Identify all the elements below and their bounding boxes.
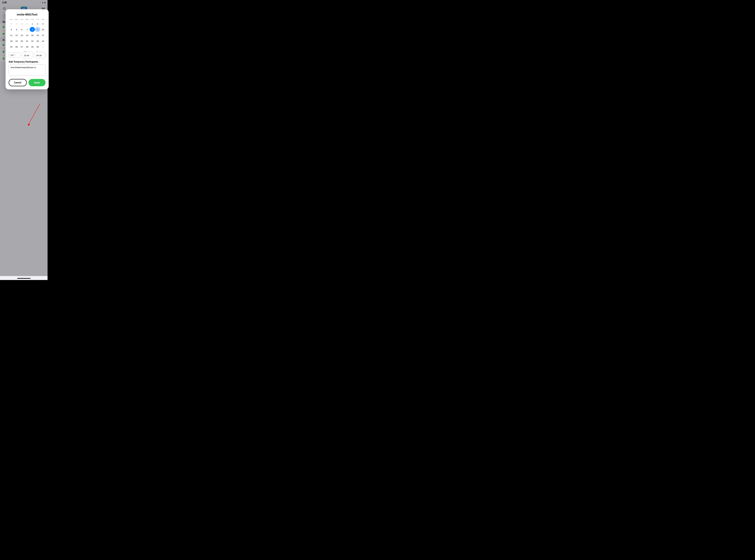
calendar-day[interactable]: 13	[19, 33, 24, 38]
time-from-input[interactable]: from 23:30	[22, 52, 33, 58]
calendar-day[interactable]: 7	[24, 27, 30, 32]
weekday-label: Mon	[14, 18, 19, 20]
participants-label: Add Temporary Participants	[8, 61, 45, 63]
calendar-day[interactable]: 6	[19, 27, 24, 32]
time-from-label: from	[23, 51, 27, 53]
calendar-day[interactable]: 19	[14, 39, 19, 43]
time-to-value: 00:30	[37, 54, 42, 57]
timezone-value: IST	[11, 54, 14, 56]
calendar-day[interactable]: 1	[29, 21, 35, 26]
weekday-label: Sat	[40, 18, 45, 20]
calendar-day[interactable]: 26	[14, 44, 19, 49]
weekday-label: Wed	[24, 18, 30, 20]
modal-buttons: Cancel Apply	[8, 79, 45, 86]
calendar-day[interactable]: 12	[14, 33, 19, 38]
weekday-label: Thu	[29, 18, 35, 20]
calendar-day[interactable]: 3	[40, 21, 45, 26]
time-to-label: to	[36, 51, 38, 53]
calendar-day[interactable]: 30	[35, 44, 40, 49]
calendar: SunMonTueWedThuFriSat 282930311234567891…	[8, 18, 45, 49]
bottom-bar	[0, 276, 47, 280]
calendar-day[interactable]: 22	[29, 39, 35, 43]
calendar-day[interactable]: 31	[24, 21, 30, 26]
calendar-day[interactable]: 15	[29, 33, 35, 38]
calendar-day[interactable]: 1	[40, 44, 45, 49]
calendar-weekday-header: SunMonTueWedThuFriSat	[8, 18, 45, 20]
calendar-day[interactable]: 28	[24, 44, 30, 49]
calendar-day[interactable]: 21	[24, 39, 30, 43]
cancel-button[interactable]: Cancel	[8, 79, 27, 86]
calendar-day[interactable]: 24	[40, 39, 45, 43]
calendar-day[interactable]: 20	[19, 39, 24, 43]
calendar-day[interactable]: 4	[8, 27, 14, 32]
time-section: IST ▾ from 23:30 to 00:30	[8, 52, 45, 58]
calendar-day[interactable]: 5	[14, 27, 19, 32]
calendar-day[interactable]: 25	[8, 44, 14, 49]
time-from-value: 23:30	[24, 54, 29, 57]
schedule-modal: invite-9001Test SunMonTueWedThuFriSat 28…	[5, 9, 49, 89]
calendar-day[interactable]: 14	[24, 33, 30, 38]
calendar-day[interactable]: 17	[40, 33, 45, 38]
chevron-down-icon: ▾	[15, 54, 16, 56]
calendar-day[interactable]: 23	[35, 39, 40, 43]
calendar-day[interactable]: 27	[19, 44, 24, 49]
weekday-label: Fri	[35, 18, 40, 20]
apply-button[interactable]: Apply	[28, 79, 46, 86]
calendar-grid[interactable]: 2829303112345678910111213141516171819202…	[8, 21, 45, 49]
time-to-input[interactable]: to 00:30	[35, 52, 46, 58]
weekday-label: Tue	[19, 18, 24, 20]
calendar-day[interactable]: 2	[35, 21, 40, 26]
calendar-day[interactable]: 9	[35, 27, 40, 32]
calendar-day[interactable]: 30	[19, 21, 24, 26]
calendar-day[interactable]: 8	[29, 27, 35, 32]
calendar-day[interactable]: 10	[40, 27, 45, 32]
calendar-day[interactable]: 18	[8, 39, 14, 43]
timezone-selector[interactable]: IST ▾	[8, 53, 21, 58]
home-indicator	[17, 278, 30, 279]
modal-title: invite-9001Test	[8, 13, 45, 16]
calendar-day[interactable]: 16	[35, 33, 40, 38]
calendar-day[interactable]: 11	[8, 33, 14, 38]
weekday-label: Sun	[8, 18, 14, 20]
calendar-day[interactable]: 28	[8, 21, 14, 26]
participants-input[interactable]	[8, 64, 45, 76]
calendar-day[interactable]: 29	[14, 21, 19, 26]
calendar-day[interactable]: 29	[29, 44, 35, 49]
